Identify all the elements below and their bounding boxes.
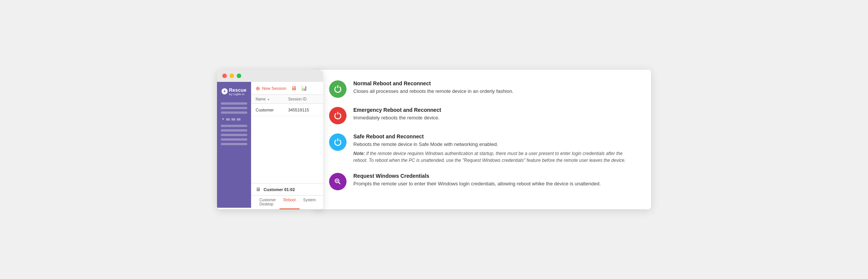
credentials-text: Request Windows Credentials Prompts the … bbox=[353, 173, 637, 188]
table-row[interactable]: Customer 345519115 bbox=[251, 104, 323, 116]
sidebar-mini-bars bbox=[226, 118, 240, 121]
reboot-item-emergency: Emergency Reboot and Reconnect Immediate… bbox=[329, 107, 637, 124]
sidebar-bar-4 bbox=[221, 125, 247, 127]
table-header: Name ▲ Session ID bbox=[251, 95, 323, 104]
sidebar-bar-1 bbox=[221, 102, 247, 105]
tab-customer-desktop[interactable]: Customer Desktop bbox=[256, 196, 279, 209]
tab-system[interactable]: System bbox=[300, 196, 320, 209]
svg-point-1 bbox=[336, 180, 338, 182]
chart-toolbar-icon[interactable]: 📊 bbox=[301, 85, 307, 91]
sidebar-bar-5 bbox=[221, 129, 247, 132]
sidebar-nav-bars-2 bbox=[220, 125, 248, 145]
normal-reboot-title: Normal Reboot and Reconnect bbox=[353, 80, 637, 86]
new-session-label: New Session bbox=[262, 86, 286, 91]
logo-plus-icon: + bbox=[222, 88, 228, 94]
normal-reboot-text: Normal Reboot and Reconnect Closes all p… bbox=[353, 80, 637, 95]
sidebar-bar-8 bbox=[221, 143, 247, 145]
row-name: Customer bbox=[256, 108, 288, 112]
normal-reboot-desc: Closes all processes and reboots the rem… bbox=[353, 88, 637, 95]
monitor-toolbar-icon[interactable]: 🖥 bbox=[291, 85, 297, 91]
traffic-light-yellow[interactable] bbox=[229, 74, 234, 78]
session-table: Name ▲ Session ID Customer 345519115 bbox=[251, 95, 323, 116]
browser-window: + Rescue by LogMe In ▼ bbox=[217, 70, 323, 209]
mini-bar-2 bbox=[231, 118, 235, 121]
sidebar-bar-6 bbox=[221, 134, 247, 136]
traffic-light-green[interactable] bbox=[237, 74, 241, 78]
reboot-item-normal: Normal Reboot and Reconnect Closes all p… bbox=[329, 80, 637, 98]
credentials-desc: Prompts the remote user to enter their W… bbox=[353, 180, 637, 188]
emergency-reboot-text: Emergency Reboot and Reconnect Immediate… bbox=[353, 107, 637, 122]
sidebar: + Rescue by LogMe In ▼ bbox=[217, 82, 251, 208]
safe-reboot-desc: Reboots the remote device in Safe Mode w… bbox=[353, 141, 637, 148]
new-session-button[interactable]: ⊕ New Session bbox=[256, 86, 286, 91]
search-key-svg bbox=[333, 177, 342, 186]
sidebar-logo: + Rescue by LogMe In bbox=[222, 87, 246, 96]
session-panel: 🖥 Customer 01:02 Customer Desktop Reboot… bbox=[251, 183, 323, 209]
reboot-options-panel: Normal Reboot and Reconnect Closes all p… bbox=[315, 70, 651, 209]
traffic-light-red[interactable] bbox=[222, 74, 227, 78]
reboot-item-safe: Safe Reboot and Reconnect Reboots the re… bbox=[329, 133, 637, 164]
sidebar-dropdown-row: ▼ bbox=[220, 118, 248, 121]
sidebar-nav-bars bbox=[220, 102, 248, 114]
credentials-icon[interactable] bbox=[329, 173, 347, 190]
sidebar-bar-3 bbox=[221, 111, 247, 114]
safe-reboot-title: Safe Reboot and Reconnect bbox=[353, 133, 637, 140]
sidebar-chevron-icon: ▼ bbox=[222, 118, 225, 121]
emergency-reboot-title: Emergency Reboot and Reconnect bbox=[353, 107, 637, 113]
sidebar-bar-7 bbox=[221, 138, 247, 141]
power-svg-blue bbox=[333, 138, 342, 147]
credentials-title: Request Windows Credentials bbox=[353, 173, 637, 179]
logo-sub-text: by LogMe In bbox=[229, 93, 246, 96]
mini-bar-1 bbox=[226, 118, 230, 121]
reboot-item-credentials: Request Windows Credentials Prompts the … bbox=[329, 173, 637, 190]
power-svg-red bbox=[333, 111, 342, 120]
power-svg-green bbox=[333, 85, 342, 94]
emergency-reboot-desc: Immediately reboots the remote device. bbox=[353, 114, 637, 122]
session-monitor-icon: 🖥 bbox=[256, 187, 261, 192]
safe-reboot-text: Safe Reboot and Reconnect Reboots the re… bbox=[353, 133, 637, 164]
safe-reboot-icon[interactable] bbox=[329, 133, 347, 151]
sort-arrow-icon: ▲ bbox=[267, 97, 270, 101]
browser-titlebar bbox=[217, 70, 323, 82]
row-session-id: 345519115 bbox=[288, 108, 318, 112]
emergency-reboot-icon[interactable] bbox=[329, 107, 347, 124]
safe-reboot-note-text: If the remote device requires Windows au… bbox=[353, 151, 626, 163]
screenshot-wrapper: + Rescue by LogMe In ▼ bbox=[217, 70, 651, 209]
col-session-header: Session ID bbox=[288, 97, 318, 101]
toolbar: ⊕ New Session 🖥 📊 bbox=[251, 82, 323, 95]
logo-rescue-text: Rescue bbox=[229, 87, 246, 93]
session-panel-header: 🖥 Customer 01:02 bbox=[251, 183, 323, 196]
tab-reboot[interactable]: Reboot bbox=[279, 196, 299, 209]
normal-reboot-icon[interactable] bbox=[329, 80, 347, 98]
new-session-plus-icon: ⊕ bbox=[256, 86, 260, 91]
col-name-header: Name ▲ bbox=[256, 97, 288, 101]
sidebar-bar-2 bbox=[221, 107, 247, 109]
safe-reboot-note: Note: If the remote device requires Wind… bbox=[353, 150, 637, 164]
session-tabs: Customer Desktop Reboot System bbox=[251, 196, 323, 209]
safe-reboot-note-bold: Note: bbox=[353, 151, 365, 156]
mini-bar-3 bbox=[237, 118, 240, 121]
session-panel-title: Customer 01:02 bbox=[264, 187, 295, 192]
